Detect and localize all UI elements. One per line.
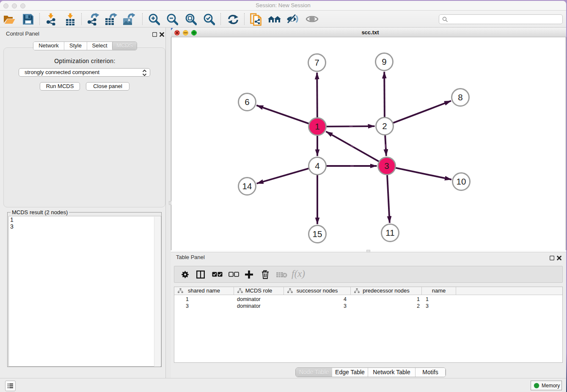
svg-text:8: 8	[458, 92, 462, 102]
svg-text:15: 15	[313, 229, 322, 239]
svg-text:10: 10	[457, 177, 466, 186]
svg-text:4: 4	[315, 161, 319, 171]
svg-text:3: 3	[384, 161, 389, 171]
svg-text:14: 14	[242, 181, 252, 191]
svg-text:11: 11	[385, 228, 394, 237]
svg-text:6: 6	[245, 97, 249, 107]
svg-text:9: 9	[382, 57, 386, 66]
svg-text:1: 1	[315, 121, 319, 131]
svg-text:2: 2	[382, 121, 387, 131]
svg-text:7: 7	[314, 58, 319, 67]
